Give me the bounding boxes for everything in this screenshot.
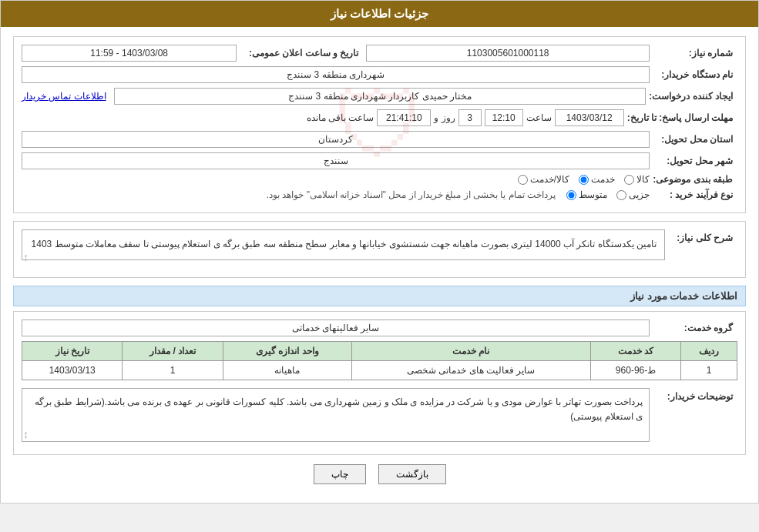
need-number-label: شماره نیاز: [653,48,737,59]
city-value: سنندج [22,152,650,169]
service-group-label: گروه خدمت: [653,323,737,333]
deadline-remaining: 21:41:10 [377,109,431,126]
table-row: 1ط-96-960سایر فعالیت های خدماتی شخصیماهی… [22,360,737,380]
services-table: ردیف کد خدمت نام خدمت واحد اندازه گیری ت… [22,341,737,380]
narration-text: تامین یکدستگاه تانکر آب 14000 لیتری بصور… [22,229,665,260]
col-name: نام خدمت [351,341,590,360]
need-number-row: شماره نیاز: 1103005601000118 تاریخ و ساع… [22,45,737,62]
process-motovasset[interactable]: متوسط [566,189,607,200]
print-button[interactable]: چاپ [314,464,366,484]
service-group-value: سایر فعالیتهای خدماتی [22,320,650,336]
cell-code: ط-96-960 [590,360,680,380]
category-kala-khadamat-label: کالا/خدمت [530,174,569,185]
buyer-desc-text: پرداخت بصورت تهاتر با عوارض مودی و یا شر… [22,388,650,442]
deadline-row: مهلت ارسال پاسخ: تا تاریخ: 1403/03/12 سا… [22,109,737,126]
process-motovasset-label: متوسط [579,189,607,200]
page-header: جزئیات اطلاعات نیاز [1,1,758,27]
province-label: استان محل تحویل: [653,134,737,145]
back-button[interactable]: بازگشت [378,464,446,484]
narration-section: شرح کلی نیاز: تامین یکدستگاه تانکر آب 14… [13,221,746,278]
services-section: گروه خدمت: سایر فعالیتهای خدماتی ردیف کد… [13,311,746,455]
category-kala[interactable]: کالا [624,174,650,185]
cell-row: 1 [681,360,737,380]
cell-unit: ماهیانه [223,360,351,380]
announce-date-label: تاریخ و ساعت اعلان عمومی: [240,48,363,59]
main-form: 🛡 شماره نیاز: 1103005601000118 تاریخ و س… [13,36,746,213]
category-khadamat-label: خدمت [591,174,615,185]
creator-value: مختار حمیدی کاربردار شهرداری منطقه 3 سنن… [114,88,646,105]
province-value: کردستان [22,131,650,148]
deadline-time-label: ساعت [526,112,552,123]
deadline-remaining-label: ساعت باقی مانده [307,112,374,123]
services-section-title: اطلاعات خدمات مورد نیاز [13,286,746,306]
category-kala-label: کالا [636,174,650,185]
category-khadamat[interactable]: خدمت [579,174,615,185]
narration-label: شرح کلی نیاز: [668,229,737,243]
button-row: بازگشت چاپ [13,464,746,484]
process-note: پرداخت تمام یا بخشی از مبلغ خریدار از مح… [22,189,556,200]
city-row: شهر محل تحویل: سنندج [22,152,737,169]
col-date: تاریخ نیاز [22,341,123,360]
cell-date: 1403/03/13 [22,360,123,380]
narration-scroll-icon[interactable]: ↕ [23,251,29,263]
buyer-org-value: شهرداری منطقه 3 سنندج [22,66,650,83]
deadline-label: مهلت ارسال پاسخ: تا تاریخ: [627,112,737,123]
col-row: ردیف [681,341,737,360]
buyer-org-label: نام دستگاه خریدار: [653,69,737,80]
cell-qty: 1 [123,360,223,380]
process-label: نوع فرآیند خرید : [653,189,737,200]
creator-contact-link[interactable]: اطلاعات تماس خریدار [22,91,106,102]
process-row: نوع فرآیند خرید : متوسط جزیی پرداخت تمام… [22,189,737,200]
creator-row: ایجاد کننده درخواست: مختار حمیدی کاربردا… [22,88,737,105]
col-code: کد خدمت [590,341,680,360]
deadline-date: 1403/03/12 [555,109,624,126]
buyer-org-row: نام دستگاه خریدار: شهرداری منطقه 3 سنندج [22,66,737,83]
deadline-days: 3 [458,109,482,126]
announce-date-value: 1403/03/08 - 11:59 [22,45,237,62]
creator-label: ایجاد کننده درخواست: [649,91,737,102]
cell-name: سایر فعالیت های خدماتی شخصی [351,360,590,380]
col-qty: تعداد / مقدار [123,341,223,360]
deadline-days-label: روز و [434,112,455,123]
need-number-value: 1103005601000118 [366,45,650,62]
narration-row: شرح کلی نیاز: تامین یکدستگاه تانکر آب 14… [22,229,737,265]
service-group-row: گروه خدمت: سایر فعالیتهای خدماتی [22,320,737,336]
buyer-desc-row: توضیحات خریدار: پرداخت بصورت تهاتر با عو… [22,388,737,442]
desc-scroll-icon[interactable]: ↕ [23,428,29,440]
process-jozvi[interactable]: جزیی [616,189,650,200]
city-label: شهر محل تحویل: [653,156,737,166]
process-jozvi-label: جزیی [629,189,650,200]
category-label: طبقه بندی موضوعی: [653,174,737,185]
category-row: طبقه بندی موضوعی: کالا/خدمت خدمت کالا [22,174,737,185]
col-unit: واحد اندازه گیری [223,341,351,360]
page-title: جزئیات اطلاعات نیاز [331,7,428,20]
process-radio-group: متوسط جزیی [566,189,650,200]
deadline-time: 12:10 [485,109,523,126]
province-row: استان محل تحویل: کردستان [22,131,737,148]
category-radio-group: کالا/خدمت خدمت کالا [518,174,650,185]
buyer-desc-label: توضیحات خریدار: [653,388,737,402]
category-kala-khadamat[interactable]: کالا/خدمت [518,174,569,185]
